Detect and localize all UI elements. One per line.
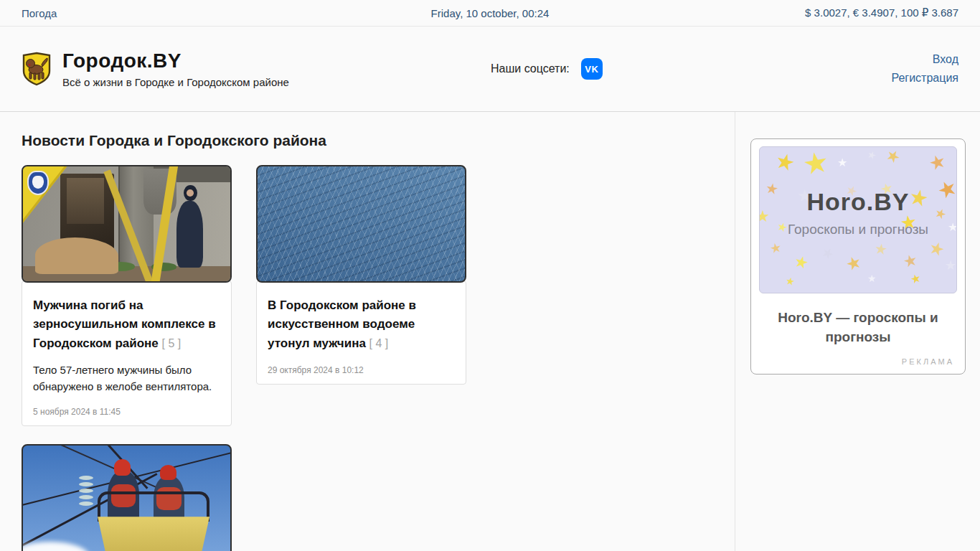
auth-links: Вход Регистрация: [891, 50, 958, 88]
star-decoration-icon: ★: [792, 253, 810, 272]
investigator-figure: [176, 201, 204, 268]
page-title: Новости Городка и Городокского района: [22, 132, 735, 149]
news-card-grid: Мужчина погиб на зерносушильном комплекс…: [22, 165, 495, 551]
ad-banner-text: Horo.BY Гороскопы и прогнозы: [760, 188, 956, 237]
site-logo-coat-of-arms[interactable]: [22, 52, 52, 86]
star-decoration-icon: ★: [902, 252, 919, 270]
ad-caption-link[interactable]: Horo.BY — гороскопы и прогнозы: [759, 293, 957, 347]
star-decoration-icon: ★: [874, 241, 889, 257]
ad-label: РЕКЛАМА: [759, 347, 957, 374]
lift-bucket-shape: [98, 517, 209, 551]
register-link[interactable]: Регистрация: [891, 69, 958, 88]
currency-rates: $ 3.0027, € 3.4907, 100 ₽ 3.687: [805, 6, 958, 19]
datetime-text: Friday, 10 october, 00:24: [431, 7, 550, 19]
photo-shape: [35, 237, 118, 274]
photo-shape: [32, 176, 44, 189]
star-decoration-icon: ★: [819, 244, 837, 263]
news-title[interactable]: В Городокском районе в искусственном вод…: [268, 296, 455, 353]
news-date: 29 октября 2024 в 10:12: [268, 365, 455, 375]
weather-link[interactable]: Погода: [22, 7, 57, 19]
news-photo-power-line-workers[interactable]: [22, 444, 232, 551]
news-column: Новости Городка и Городокского района: [0, 112, 735, 551]
news-card: В Городокском районе в искусственном вод…: [256, 165, 466, 426]
star-decoration-icon: ★: [837, 157, 847, 169]
star-decoration-icon: ★: [785, 276, 796, 287]
news-snippet: Тело 57-летнего мужчины было обнаружено …: [33, 362, 220, 395]
star-decoration-icon: ★: [909, 272, 922, 286]
ad-banner-image[interactable]: ★★★★★★★★★★★★★★★★★★★★★★★★★★★★ Horo.BY Гор…: [759, 146, 957, 293]
news-card: [22, 444, 232, 551]
star-decoration-icon: ★: [927, 151, 948, 174]
photo-shape: [160, 465, 176, 480]
comments-count[interactable]: [ 5 ]: [162, 337, 182, 349]
login-link[interactable]: Вход: [891, 50, 958, 69]
ad-card-horoby[interactable]: ★★★★★★★★★★★★★★★★★★★★★★★★★★★★ Horo.BY Гор…: [750, 138, 966, 375]
brand-block: Городок.BY Всё о жизни в Городке и Город…: [62, 50, 289, 88]
star-decoration-icon: ★: [801, 146, 831, 179]
photo-shape: [67, 178, 104, 224]
site-header: Городок.BY Всё о жизни в Городке и Город…: [0, 27, 980, 112]
news-photo-grain-dryer[interactable]: [22, 165, 232, 283]
news-date: 5 ноября 2024 в 11:45: [33, 407, 220, 417]
photo-shape: [187, 189, 194, 197]
news-card-body: В Городокском районе в искусственном вод…: [256, 281, 466, 385]
news-title[interactable]: Мужчина погиб на зерносушильном комплекс…: [33, 296, 220, 353]
news-card-body: Мужчина погиб на зерносушильном комплекс…: [22, 281, 232, 426]
news-title-text[interactable]: Мужчина погиб на зерносушильном комплекс…: [33, 298, 216, 350]
top-bar: Погода Friday, 10 october, 00:24 $ 3.002…: [0, 0, 980, 27]
star-decoration-icon: ★: [866, 149, 878, 161]
star-decoration-icon: ★: [883, 146, 903, 166]
socials-block: Наши соцсети: VK: [491, 27, 603, 111]
vk-icon[interactable]: VK: [581, 58, 603, 80]
site-title[interactable]: Городок.BY: [62, 50, 289, 72]
news-card: Мужчина погиб на зерносушильном комплекс…: [22, 165, 232, 426]
photo-shape: [22, 542, 89, 551]
star-decoration-icon: ★: [945, 259, 956, 272]
socials-label: Наши соцсети:: [491, 62, 570, 75]
star-decoration-icon: ★: [867, 273, 877, 283]
star-decoration-icon: ★: [768, 241, 783, 256]
photo-shape: [114, 459, 131, 475]
ad-banner-title: Horo.BY: [760, 188, 956, 216]
star-decoration-icon: ★: [773, 149, 798, 175]
star-decoration-icon: ★: [844, 253, 864, 274]
ad-banner-subtitle: Гороскопы и прогнозы: [760, 222, 956, 237]
comments-count[interactable]: [ 4 ]: [369, 337, 389, 349]
sidebar: ★★★★★★★★★★★★★★★★★★★★★★★★★★★★ Horo.BY Гор…: [735, 112, 980, 551]
star-decoration-icon: ★: [927, 238, 947, 259]
content-area: Новости Городка и Городокского района: [0, 112, 980, 551]
news-photo-water[interactable]: [256, 165, 466, 283]
news-title-text[interactable]: В Городокском районе в искусственном вод…: [268, 298, 416, 350]
insulator-shape: [79, 476, 93, 506]
site-subtitle: Всё о жизни в Городке и Городокском райо…: [62, 76, 289, 88]
